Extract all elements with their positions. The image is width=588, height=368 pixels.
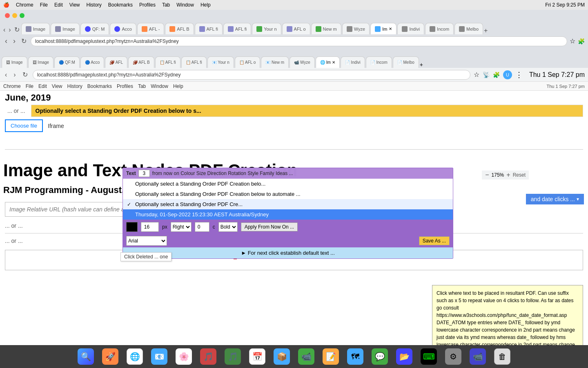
bg-tab-15[interactable]: Melbo [454,23,483,34]
fg-new-tab[interactable]: + [420,61,423,68]
bg-addr-forward[interactable]: › [11,36,17,46]
mac-menu-profiles[interactable]: Profiles [139,2,156,8]
font-size-input[interactable] [141,222,159,232]
fg-menu-view[interactable]: View [52,83,62,89]
bg-tab-14[interactable]: Incom [425,23,454,34]
dock-calendar[interactable]: 📅 [249,348,265,365]
bg-nav-refresh[interactable]: ↻ [13,25,21,34]
dock-finder[interactable]: 🔍 [78,348,94,365]
fg-tab-12[interactable]: 🌐 Im ✕ [316,56,340,68]
fg-star-icon[interactable]: ☆ [474,71,479,79]
dock-itunes[interactable]: 🎵 [225,348,241,365]
dock-maps[interactable]: 🗺 [347,348,363,365]
fg-menu-tab[interactable]: Tab [138,83,146,89]
fg-tab-7[interactable]: 📋 AFL fi [181,56,207,68]
fg-tab-10[interactable]: 📧 New m [261,56,289,68]
fg-cast-icon[interactable]: 📡 [483,72,490,78]
mac-menu-window[interactable]: Window [176,2,194,8]
bg-addr-refresh[interactable]: ↻ [20,36,28,46]
bg-address-bar[interactable]: localhost:8888/pdfimageplustext.php?mytz… [31,36,567,46]
fg-tab-11[interactable]: 📹 Wyze [290,56,315,68]
fg-menu-history[interactable]: History [67,83,82,89]
dock-trash[interactable]: 🗑 [494,348,510,365]
fg-tab-9[interactable]: 📋 AFL o [235,56,261,68]
mac-menu-help[interactable]: Help [200,2,211,8]
new-tab-button[interactable]: + [484,27,488,34]
bg-tab-13[interactable]: Indivi [397,23,424,34]
fg-menu-chrome[interactable]: Chrome [3,83,21,89]
bg-tab-11[interactable]: Wyze [342,23,370,34]
bg-tab-9[interactable]: AFL o [282,23,310,34]
dock-chrome[interactable]: 🌐 [127,348,143,365]
mac-menu-tab[interactable]: Tab [162,2,170,8]
standing-order-select-1[interactable]: Optionally select a Standing Order PDF C… [31,105,583,117]
fg-nav-back[interactable]: ‹ [3,70,9,79]
traffic-light-close[interactable] [5,13,10,18]
dock-facetime[interactable]: 📹 [298,348,314,365]
fg-menu-file[interactable]: File [26,83,33,89]
bg-tab-6[interactable]: AFL fi [195,23,223,34]
dropdown-text-input[interactable] [138,170,150,177]
fg-nav-forward[interactable]: › [12,70,17,79]
for-next-click-button[interactable]: ► For next click establish default text … [123,247,453,258]
dock-settings[interactable]: ⚙ [445,348,461,365]
font-family-select[interactable]: Arial [126,236,167,246]
fg-tab-15[interactable]: 📄 Melbo [393,56,419,68]
bg-tab-8[interactable]: Your n [252,23,281,34]
bg-tab-10[interactable]: New m [311,23,341,34]
dock-wyze[interactable]: 📹 [470,348,486,365]
fg-menu-help[interactable]: Help [173,83,183,89]
bg-tab-0[interactable]: Image [21,23,50,34]
bg-bookmark-icon[interactable]: ☆ [570,37,575,45]
fg-tab-14[interactable]: 📄 Incom [366,56,392,68]
fg-tab-2[interactable]: 🔵 QF:M [54,56,80,68]
fg-tab-1[interactable]: 🖼 Image [28,56,54,68]
zoom-reset-button[interactable]: Reset [513,172,526,178]
traffic-light-minimize[interactable] [12,13,17,18]
dock-notes[interactable]: 📝 [323,348,339,365]
dropdown-item-3[interactable]: Thursday, 01-Sep-2022 15:23:30 AEST Aust… [123,209,453,220]
mac-menu-history[interactable]: History [87,2,102,8]
rotation-input[interactable] [195,222,209,232]
choose-file-button[interactable]: Choose file [5,119,43,132]
bg-nav-forward[interactable]: › [7,25,12,34]
and-date-clicks-badge[interactable]: and date clicks ... ▾ [526,194,584,204]
fg-tab-3[interactable]: 🔵 Acco [80,56,104,68]
dock-mail[interactable]: 📧 [151,348,167,365]
color-picker-box[interactable] [126,222,138,232]
bg-tab-3[interactable]: Acco [110,23,136,34]
direction-select[interactable]: Right [171,222,192,232]
fg-menu-window[interactable]: Window [151,83,168,89]
dock-photos[interactable]: 🌸 [176,348,192,365]
mac-menu-edit[interactable]: Edit [54,2,63,8]
fg-address-input[interactable]: localhost:8888/pdfimageplustext.php?mytz… [33,70,470,80]
save-as-button[interactable]: Save As ... [419,236,450,245]
fg-nav-refresh[interactable]: ↻ [21,70,29,79]
dropdown-item-2[interactable]: ✓ Optionally select a Standing Order PDF… [123,199,453,209]
bg-tab-7[interactable]: AFL fi [223,23,251,34]
fg-profile-icon[interactable]: U [503,70,512,79]
fg-tab-5[interactable]: 🏈 AFL B [128,56,154,68]
fg-menu-bookmarks[interactable]: Bookmarks [87,83,112,89]
dock-launchpad[interactable]: 🚀 [102,348,118,365]
mac-menu-view[interactable]: View [69,2,80,8]
bg-addr-back[interactable]: ‹ [3,36,9,46]
dock-messages[interactable]: 💬 [372,348,388,365]
mac-menu-file[interactable]: File [40,2,48,8]
fg-tab-0[interactable]: 🖼 Image [2,56,27,68]
bg-tab-1[interactable]: Image [51,23,80,34]
dock-filezilla[interactable]: 📂 [396,348,412,365]
bg-nav-back[interactable]: ‹ [2,25,7,34]
dock-music[interactable]: 🎵 [200,348,216,365]
apply-from-now-button[interactable]: Apply From Now On ... [241,222,298,231]
bg-tab-4[interactable]: AFL - [137,23,165,34]
fg-menu-edit[interactable]: Edit [38,83,47,89]
fg-tab-4[interactable]: 🏈 AFL [105,56,127,68]
fg-extensions-icon[interactable]: 🧩 [493,72,500,78]
fg-menu-icon[interactable]: ⋮ [515,70,523,79]
fg-tab-8[interactable]: 📧 Your n [207,56,234,68]
dropdown-item-1[interactable]: Optionally select a Standing Order PDF C… [123,189,453,199]
bg-tab-12[interactable]: Im ✕ [370,23,396,34]
traffic-light-maximize[interactable] [20,13,24,18]
dropdown-item-0[interactable]: Optionally select a Standing Order PDF C… [123,179,453,189]
